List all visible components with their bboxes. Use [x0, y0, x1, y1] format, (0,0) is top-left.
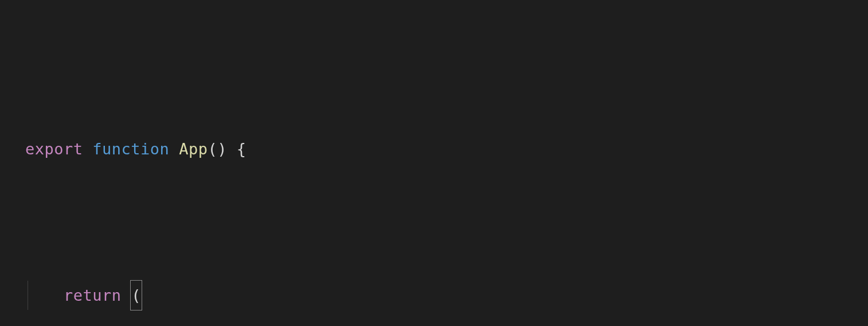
code-line[interactable]: return (: [25, 281, 868, 310]
whitespace: [169, 134, 179, 164]
code-editor[interactable]: export function App() { return ( <Box ) …: [0, 0, 868, 326]
indent: [25, 281, 64, 310]
whitespace: [83, 134, 93, 164]
whitespace: [227, 134, 237, 164]
keyword-export: export: [25, 134, 83, 164]
keyword-return: return: [64, 281, 122, 310]
whitespace: [122, 281, 131, 310]
brace-open: {: [237, 134, 247, 164]
paren-open-matched: (: [130, 280, 142, 311]
function-name: App: [179, 134, 208, 164]
parens: (): [208, 134, 227, 164]
keyword-function: function: [92, 134, 169, 164]
code-line[interactable]: export function App() {: [25, 134, 868, 164]
indent-guide: [28, 281, 28, 310]
